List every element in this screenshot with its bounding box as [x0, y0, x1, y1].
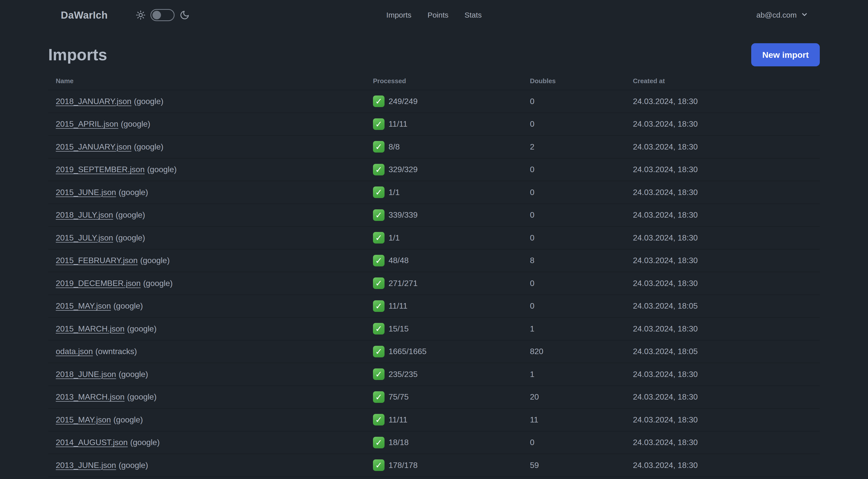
chevron-down-icon [801, 11, 808, 19]
name-cell: 2019_SEPTEMBER.json(google) [48, 165, 373, 174]
name-cell: 2015_MAY.json(google) [48, 301, 373, 310]
processed-count: 75/75 [389, 392, 409, 401]
name-cell: odata.json(owntracks) [48, 347, 373, 356]
import-file-link[interactable]: 2015_MAY.json [56, 415, 111, 424]
processed-count: 11/11 [389, 301, 407, 310]
import-file-link[interactable]: 2013_JUNE.json [56, 461, 116, 470]
nav-item-points[interactable]: Points [428, 11, 448, 19]
nav-item-stats[interactable]: Stats [465, 11, 482, 19]
check-icon: ✓ [373, 300, 384, 312]
import-file-link[interactable]: 2015_JULY.json [56, 233, 113, 242]
check-icon: ✓ [373, 277, 384, 289]
page-title: Imports [48, 45, 107, 65]
import-file-link[interactable]: 2014_AUGUST.json [56, 438, 128, 447]
processed-count: 339/339 [389, 210, 418, 220]
import-file-link[interactable]: 2015_APRIL.json [56, 119, 118, 128]
doubles-cell: 1 [530, 370, 633, 379]
created-at-cell: 24.03.2024, 18:30 [633, 324, 820, 333]
import-source: (google) [121, 119, 150, 128]
name-cell: 2013_MARCH.json(google) [48, 392, 373, 401]
theme-toggle-group [136, 9, 190, 21]
table-row-partial: ✓ [48, 477, 820, 479]
import-source: (google) [134, 142, 163, 151]
processed-count: 11/11 [389, 415, 407, 424]
processed-count: 271/271 [389, 279, 418, 288]
processed-cell: ✓ 329/329 [373, 164, 530, 175]
nav-item-imports[interactable]: Imports [386, 11, 411, 19]
import-source: (google) [134, 97, 163, 106]
processed-cell: ✓ 339/339 [373, 209, 530, 221]
doubles-cell: 1 [530, 324, 633, 333]
name-cell: 2014_AUGUST.json(google) [48, 438, 373, 447]
check-icon: ✓ [373, 346, 384, 357]
import-source: (google) [143, 279, 173, 288]
import-file-link[interactable]: 2015_JANUARY.json [56, 142, 131, 151]
name-cell: 2018_JANUARY.json(google) [48, 97, 373, 106]
column-header-name: Name [48, 77, 373, 85]
name-cell: 2015_JUNE.json(google) [48, 188, 373, 197]
import-file-link[interactable]: 2015_JUNE.json [56, 188, 116, 197]
imports-page: Imports New import Name Processed Double… [0, 43, 868, 479]
table-row: 2015_JANUARY.json(google) ✓ 8/8 2 24.03.… [48, 136, 820, 158]
created-at-cell: 24.03.2024, 18:30 [633, 210, 820, 220]
check-icon: ✓ [373, 232, 384, 243]
check-icon: ✓ [373, 186, 384, 198]
check-icon: ✓ [373, 391, 384, 403]
processed-count: 8/8 [389, 142, 400, 152]
processed-cell: ✓ 11/11 [373, 414, 530, 425]
doubles-cell: 0 [530, 188, 633, 197]
processed-cell: ✓ 48/48 [373, 255, 530, 266]
table-row: 2018_JUNE.json(google) ✓ 235/235 1 24.03… [48, 363, 820, 386]
column-header-created-at: Created at [633, 77, 820, 85]
table-row: 2018_JANUARY.json(google) ✓ 249/249 0 24… [48, 90, 820, 113]
import-file-link[interactable]: 2018_JULY.json [56, 210, 113, 219]
created-at-cell: 24.03.2024, 18:30 [633, 142, 820, 152]
table-row: odata.json(owntracks) ✓ 1665/1665 820 24… [48, 340, 820, 363]
import-file-link[interactable]: 2015_MARCH.json [56, 324, 125, 333]
created-at-cell: 24.03.2024, 18:05 [633, 301, 820, 310]
doubles-cell: 11 [530, 415, 633, 424]
created-at-cell: 24.03.2024, 18:30 [633, 415, 820, 424]
import-source: (google) [119, 461, 148, 470]
import-file-link[interactable]: 2018_JANUARY.json [56, 97, 131, 106]
import-file-link[interactable]: 2013_MARCH.json [56, 392, 125, 401]
check-icon: ✓ [373, 164, 384, 175]
import-file-link[interactable]: 2015_FEBRUARY.json [56, 256, 137, 265]
app-logo[interactable]: DaWarIch [61, 9, 108, 21]
table-row: 2018_JULY.json(google) ✓ 339/339 0 24.03… [48, 204, 820, 227]
created-at-cell: 24.03.2024, 18:30 [633, 188, 820, 197]
processed-count: 18/18 [389, 438, 409, 447]
name-cell: 2015_MARCH.json(google) [48, 324, 373, 333]
user-menu[interactable]: ab@cd.com [756, 11, 808, 19]
doubles-cell: 0 [530, 210, 633, 220]
import-source: (google) [116, 233, 145, 242]
created-at-cell: 24.03.2024, 18:30 [633, 233, 820, 242]
import-file-link[interactable]: 2019_SEPTEMBER.json [56, 165, 145, 174]
processed-count: 1/1 [389, 233, 400, 242]
name-cell: 2015_APRIL.json(google) [48, 119, 373, 129]
import-file-link[interactable]: 2019_DECEMBER.json [56, 279, 141, 288]
theme-toggle[interactable] [150, 9, 175, 21]
processed-cell: ✓ 11/11 [373, 300, 530, 312]
processed-cell: ✓ 235/235 [373, 368, 530, 380]
import-source: (google) [130, 438, 159, 447]
table-row: 2013_MARCH.json(google) ✓ 75/75 20 24.03… [48, 386, 820, 409]
import-source: (google) [127, 392, 156, 401]
created-at-cell: 24.03.2024, 18:30 [633, 165, 820, 174]
import-file-link[interactable]: 2015_MAY.json [56, 301, 111, 310]
name-cell: 2019_DECEMBER.json(google) [48, 279, 373, 288]
import-file-link[interactable]: odata.json [56, 347, 93, 356]
table-header-row: Name Processed Doubles Created at [48, 72, 820, 90]
check-icon: ✓ [373, 255, 384, 266]
processed-count: 1/1 [389, 188, 400, 197]
import-file-link[interactable]: 2018_JUNE.json [56, 370, 116, 379]
page-header: Imports New import [48, 43, 820, 66]
import-source: (google) [147, 165, 177, 174]
check-icon: ✓ [373, 118, 384, 130]
processed-cell: ✓ 15/15 [373, 323, 530, 334]
doubles-cell: 0 [530, 97, 633, 106]
imports-table: Name Processed Doubles Created at 2018_J… [48, 72, 820, 479]
doubles-cell: 0 [530, 165, 633, 174]
processed-count: 11/11 [389, 119, 407, 129]
new-import-button[interactable]: New import [751, 43, 820, 66]
